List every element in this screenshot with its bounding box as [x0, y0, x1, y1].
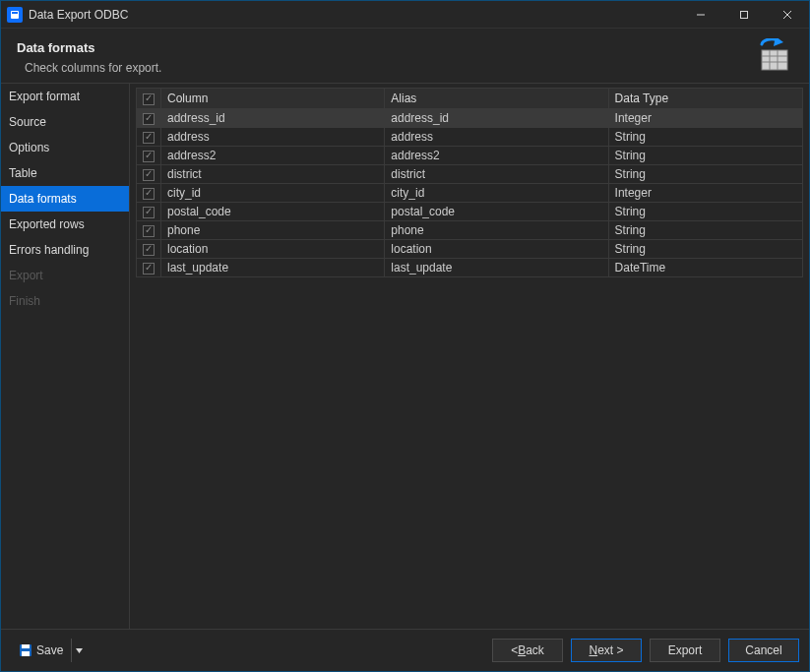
sidebar-item-errors-handling[interactable]: Errors handling: [1, 237, 129, 263]
cell-datatype[interactable]: String: [608, 147, 802, 165]
cell-column[interactable]: district: [161, 165, 385, 184]
sidebar-item-data-formats[interactable]: Data formats: [1, 186, 129, 212]
save-dropdown-button[interactable]: [71, 639, 87, 662]
page-subtitle: Check columns for export.: [25, 61, 161, 75]
export-button[interactable]: Export: [650, 639, 720, 662]
row-checkbox-cell[interactable]: [137, 184, 161, 203]
header: Data formats Check columns for export.: [1, 29, 809, 83]
sidebar-item-table[interactable]: Table: [1, 160, 129, 186]
cell-datatype[interactable]: String: [608, 221, 802, 240]
table-row[interactable]: address2address2String: [137, 147, 803, 165]
checkbox-icon[interactable]: [143, 225, 155, 237]
sidebar-item-export-format[interactable]: Export format: [1, 84, 129, 109]
check-all-icon[interactable]: [143, 93, 155, 105]
checkbox-icon[interactable]: [143, 132, 155, 144]
window: Data Export ODBC Data formats Check colu…: [0, 0, 810, 672]
minimize-button[interactable]: [679, 1, 722, 29]
cell-column[interactable]: address: [161, 128, 385, 147]
table-row[interactable]: addressaddressString: [137, 128, 803, 147]
maximize-button[interactable]: [722, 1, 766, 29]
cell-datatype[interactable]: Integer: [608, 109, 802, 128]
row-checkbox-cell[interactable]: [137, 221, 161, 240]
svg-rect-1: [12, 12, 18, 14]
cell-column[interactable]: postal_code: [161, 203, 385, 221]
sidebar-item-options[interactable]: Options: [1, 135, 129, 160]
header-column[interactable]: Column: [161, 89, 385, 109]
close-button[interactable]: [766, 1, 809, 29]
table-row[interactable]: locationlocationString: [137, 240, 803, 259]
header-datatype[interactable]: Data Type: [608, 89, 802, 109]
checkbox-icon[interactable]: [143, 207, 155, 218]
table-header-row: Column Alias Data Type: [137, 89, 803, 109]
row-checkbox-cell[interactable]: [137, 259, 161, 277]
cell-datatype[interactable]: String: [608, 165, 802, 184]
cell-alias[interactable]: address_id: [385, 109, 608, 128]
save-icon: [19, 643, 32, 657]
checkbox-icon[interactable]: [143, 263, 155, 275]
app-icon: [7, 7, 23, 23]
content: Column Alias Data Type address_idaddress…: [130, 84, 809, 629]
cell-datatype[interactable]: String: [608, 128, 802, 147]
cell-alias[interactable]: address: [385, 128, 608, 147]
table-row[interactable]: phonephoneString: [137, 221, 803, 240]
chevron-down-icon: [76, 647, 83, 654]
save-button[interactable]: Save: [11, 639, 71, 662]
footer: Save < Back Next > Export Cancel: [1, 630, 809, 671]
cell-alias[interactable]: city_id: [385, 184, 608, 203]
cell-column[interactable]: address2: [161, 147, 385, 165]
save-split-button[interactable]: Save: [11, 639, 87, 662]
table-row[interactable]: postal_codepostal_codeString: [137, 203, 803, 221]
titlebar: Data Export ODBC: [1, 1, 809, 29]
window-title: Data Export ODBC: [29, 8, 128, 22]
svg-rect-7: [762, 50, 787, 70]
page-title: Data formats: [17, 40, 161, 55]
cell-datatype[interactable]: String: [608, 203, 802, 221]
checkbox-icon[interactable]: [143, 151, 155, 162]
body: Export formatSourceOptionsTableData form…: [1, 83, 809, 630]
sidebar: Export formatSourceOptionsTableData form…: [1, 84, 130, 629]
checkbox-icon[interactable]: [143, 113, 155, 125]
back-button[interactable]: < Back: [492, 639, 563, 662]
cell-alias[interactable]: phone: [385, 221, 608, 240]
cell-datatype[interactable]: String: [608, 240, 802, 259]
sidebar-item-source[interactable]: Source: [1, 109, 129, 135]
cell-datatype[interactable]: DateTime: [608, 259, 802, 277]
checkbox-icon[interactable]: [143, 244, 155, 256]
row-checkbox-cell[interactable]: [137, 147, 161, 165]
header-alias[interactable]: Alias: [385, 89, 608, 109]
table-row[interactable]: address_idaddress_idInteger: [137, 109, 803, 128]
svg-marker-15: [76, 648, 83, 653]
cell-column[interactable]: last_update: [161, 259, 385, 277]
table-row[interactable]: city_idcity_idInteger: [137, 184, 803, 203]
cell-column[interactable]: address_id: [161, 109, 385, 128]
svg-rect-3: [741, 11, 748, 18]
cell-alias[interactable]: postal_code: [385, 203, 608, 221]
header-check[interactable]: [137, 89, 161, 109]
cancel-button[interactable]: Cancel: [728, 639, 799, 662]
cell-column[interactable]: city_id: [161, 184, 385, 203]
header-text: Data formats Check columns for export.: [17, 40, 161, 75]
cell-alias[interactable]: address2: [385, 147, 608, 165]
next-button[interactable]: Next >: [571, 639, 642, 662]
cell-datatype[interactable]: Integer: [608, 184, 802, 203]
table-row[interactable]: districtdistrictString: [137, 165, 803, 184]
row-checkbox-cell[interactable]: [137, 109, 161, 128]
columns-table[interactable]: Column Alias Data Type address_idaddress…: [136, 88, 803, 277]
row-checkbox-cell[interactable]: [137, 128, 161, 147]
cell-column[interactable]: phone: [161, 221, 385, 240]
row-checkbox-cell[interactable]: [137, 203, 161, 221]
checkbox-icon[interactable]: [143, 188, 155, 200]
table-row[interactable]: last_updatelast_updateDateTime: [137, 259, 803, 277]
save-label: Save: [36, 643, 63, 657]
cell-alias[interactable]: district: [385, 165, 608, 184]
checkbox-icon[interactable]: [143, 169, 155, 181]
row-checkbox-cell[interactable]: [137, 165, 161, 184]
cell-alias[interactable]: last_update: [385, 259, 608, 277]
sidebar-item-exported-rows[interactable]: Exported rows: [1, 212, 129, 237]
cell-alias[interactable]: location: [385, 240, 608, 259]
cell-column[interactable]: location: [161, 240, 385, 259]
row-checkbox-cell[interactable]: [137, 240, 161, 259]
svg-rect-13: [22, 644, 30, 648]
titlebar-controls: [679, 1, 809, 29]
svg-marker-6: [774, 38, 783, 46]
